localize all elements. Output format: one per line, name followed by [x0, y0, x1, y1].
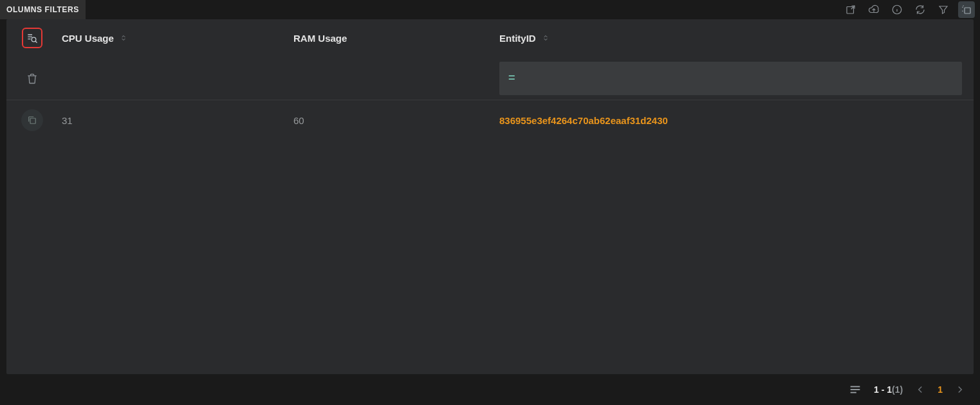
prev-page-button[interactable] [914, 384, 926, 395]
pagination-range-text: 1 - 1 [874, 384, 892, 395]
layout-icon[interactable] [958, 1, 975, 18]
sort-icon [541, 33, 550, 42]
current-page: 1 [938, 384, 943, 395]
info-icon[interactable] [889, 1, 905, 18]
svg-rect-2 [965, 8, 970, 14]
cell-entity-id-link[interactable]: 836955e3ef4264c70ab62eaaf31d2430 [495, 115, 974, 126]
export-icon[interactable] [842, 1, 859, 18]
refresh-icon[interactable] [912, 1, 929, 18]
column-header-entity-id[interactable]: EntityID [495, 33, 974, 44]
svg-point-3 [32, 37, 36, 42]
copy-row-button[interactable] [21, 109, 43, 131]
column-header-cpu-usage[interactable]: CPU Usage [58, 33, 290, 44]
column-header-label: CPU Usage [62, 33, 114, 44]
search-list-icon[interactable] [22, 28, 42, 48]
table-row: 31 60 836955e3ef4264c70ab62eaaf31d2430 [6, 100, 974, 140]
cell-ram-usage: 60 [290, 115, 495, 126]
cloud-upload-icon[interactable] [865, 1, 882, 18]
tab-columns-filters[interactable]: OLUMNS FILTERS [0, 0, 86, 19]
rows-per-page-icon[interactable] [848, 382, 862, 397]
pagination-bar: 1 - 1(1) 1 [0, 374, 980, 405]
data-table: CPU Usage RAM Usage EntityID = [6, 19, 974, 374]
next-page-button[interactable] [954, 384, 966, 395]
clear-filters-button[interactable] [26, 72, 39, 85]
pagination-range: 1 - 1(1) [874, 384, 903, 395]
filter-input-entity-id[interactable]: = [499, 62, 962, 95]
filter-icon[interactable] [935, 1, 952, 18]
sort-icon [119, 33, 128, 42]
pagination-total: (1) [892, 384, 903, 395]
filter-operator: = [508, 71, 515, 85]
svg-rect-4 [30, 118, 35, 123]
column-header-ram-usage[interactable]: RAM Usage [290, 33, 495, 44]
column-header-label: EntityID [499, 33, 536, 44]
cell-cpu-usage: 31 [58, 115, 290, 126]
column-header-label: RAM Usage [293, 33, 347, 44]
